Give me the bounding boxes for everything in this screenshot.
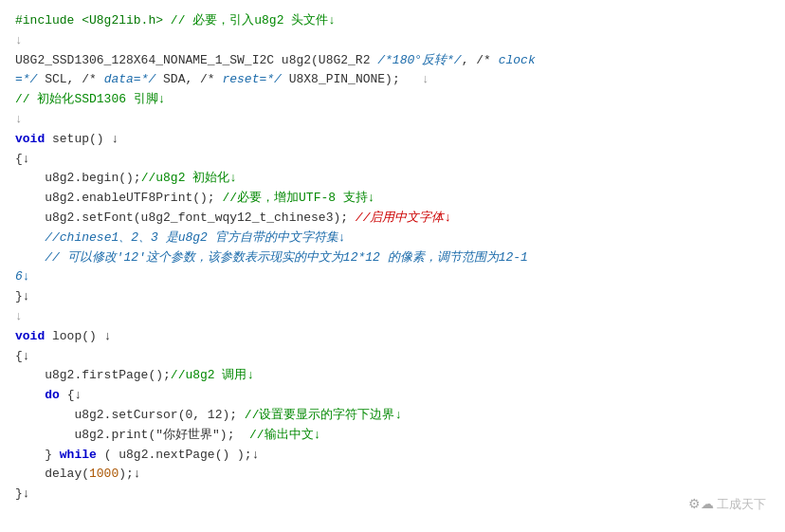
code-line: ↓ (15, 110, 770, 130)
code-line: // 可以修改'12'这个参数，该参数表示现实的中文为12*12 的像素，调节范… (15, 248, 770, 268)
code-line: =*/ SCL, /* data=*/ SDA, /* reset=*/ U8X… (15, 70, 770, 90)
code-line: {↓ (15, 150, 770, 170)
code-line: }↓ (15, 485, 770, 504)
code-line: u8g2.setCursor(0, 12); //设置要显示的字符下边界↓ (15, 406, 770, 426)
code-line: //chinese1、2、3 是u8g2 官方自带的中文字符集↓ (15, 229, 770, 248)
code-line: u8g2.enableUTF8Print(); //必要，增加UTF-8 支持↓ (15, 189, 770, 209)
code-line: {↓ (15, 347, 770, 367)
code-line: void setup() ↓ (15, 130, 770, 150)
code-line: u8g2.setFont(u8g2_font_wqy12_t_chinese3)… (15, 209, 770, 229)
code-line: u8g2.print("你好世界"); //输出中文↓ (15, 426, 770, 446)
code-line: u8g2.begin();//u8g2 初始化↓ (15, 169, 770, 189)
code-line: #include <U8g2lib.h> // 必要，引入u8g2 头文件↓ (15, 11, 770, 31)
code-line: // 初始化SSD1306 引脚↓ (15, 90, 770, 110)
code-line: void loop() ↓ (15, 327, 770, 347)
code-line: } while ( u8g2.nextPage() );↓ (15, 446, 770, 466)
code-line: U8G2_SSD1306_128X64_NONAME_1_SW_I2C u8g2… (15, 51, 770, 71)
code-line: do {↓ (15, 386, 770, 406)
code-line: u8g2.firstPage();//u8g2 调用↓ (15, 366, 770, 386)
code-content: #include <U8g2lib.h> // 必要，引入u8g2 头文件↓↓U… (15, 11, 770, 504)
code-line: ↓ (15, 307, 770, 327)
code-line: }↓ (15, 287, 770, 307)
code-line: ↓ (15, 31, 770, 51)
watermark-icon: ⚙☁ (688, 496, 714, 511)
code-line: delay(1000);↓ (15, 465, 770, 485)
watermark-text: 工成天下 (717, 497, 766, 511)
watermark: ⚙☁ 工成天下 (688, 493, 766, 515)
code-editor: #include <U8g2lib.h> // 必要，引入u8g2 头文件↓↓U… (0, 0, 785, 532)
code-line: 6↓ (15, 267, 770, 287)
